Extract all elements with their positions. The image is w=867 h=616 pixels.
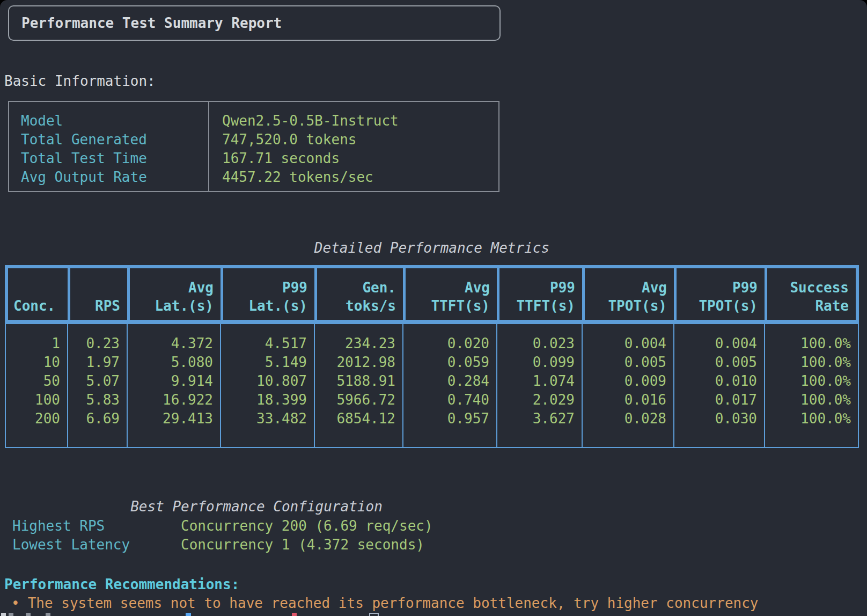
- metrics-header-line: Lat.(s): [155, 297, 214, 315]
- recommendation-text: The system seems not to have reached its…: [28, 595, 759, 611]
- bullet-icon: •: [11, 595, 20, 611]
- metrics-column-header: AvgTPOT(s): [585, 268, 677, 320]
- best-config-value: Concurrency 200 (6.69 req/sec): [181, 518, 433, 534]
- metric-value: 2.029: [497, 391, 575, 409]
- metrics-header-line: P99: [550, 278, 575, 297]
- metrics-header-line: TTFT(s): [431, 297, 490, 315]
- metric-value: 0.957: [403, 409, 489, 428]
- metric-value: 0.23: [68, 334, 120, 353]
- metric-value: 5.83: [68, 391, 120, 409]
- metrics-header-line: Avg: [188, 278, 214, 297]
- metrics-table: Conc.RPSAvgLat.(s)P99Lat.(s)Gen.toks/sAv…: [5, 265, 859, 448]
- metric-value: 5.149: [221, 353, 307, 372]
- metrics-column: 234.232012.985188.915966.726854.12: [315, 324, 403, 447]
- metric-value: 9.914: [128, 372, 213, 391]
- metric-value: 6854.12: [315, 409, 395, 428]
- metric-value: 0.017: [674, 391, 757, 409]
- clipped-glyph-fragment: [9, 613, 13, 616]
- basic-info-value: 747,520.0 tokens: [222, 130, 498, 149]
- metric-value: 100: [6, 391, 60, 409]
- metric-value: 10: [6, 353, 60, 372]
- basic-info-values: Qwen2.5-0.5B-Instruct747,520.0 tokens167…: [209, 102, 498, 191]
- metric-value: 100.0%: [765, 372, 851, 391]
- metrics-header-line: TPOT(s): [608, 297, 667, 315]
- metric-value: 4.517: [221, 334, 307, 353]
- metric-value: 100.0%: [765, 334, 851, 353]
- metric-value: 5966.72: [315, 391, 395, 409]
- basic-info-value: 4457.22 tokens/sec: [222, 168, 498, 187]
- clipped-glyph-fragment: [186, 613, 191, 616]
- metric-value: 100.0%: [765, 353, 851, 372]
- metrics-column: 0.0230.0991.0742.0293.627: [497, 324, 583, 447]
- metric-value: 2012.98: [315, 353, 395, 372]
- metric-value: 0.010: [674, 372, 757, 391]
- metric-value: 10.807: [221, 372, 307, 391]
- metrics-header-line: P99: [732, 278, 758, 297]
- clipped-glyph-fragment: [26, 613, 31, 616]
- metrics-table-title: Detailed Performance Metrics: [5, 239, 859, 258]
- metric-value: 0.740: [403, 391, 489, 409]
- basic-info-label: Avg Output Rate: [21, 168, 208, 187]
- metric-value: 0.099: [497, 353, 575, 372]
- metrics-column: 11050100200: [6, 324, 68, 447]
- metric-value: 0.005: [583, 353, 666, 372]
- basic-info-value: Qwen2.5-0.5B-Instruct: [222, 112, 498, 130]
- metrics-body: 110501002000.231.975.075.836.694.3725.08…: [5, 323, 859, 448]
- metrics-header-line: Gen.: [362, 278, 396, 297]
- metrics-header-line: Avg: [642, 278, 667, 297]
- metrics-header-line: Avg: [465, 278, 490, 297]
- terminal-screen[interactable]: Performance Test Summary Report Basic In…: [0, 0, 867, 616]
- metric-value: 0.059: [403, 353, 489, 372]
- metrics-column-header: Gen.toks/s: [317, 268, 406, 320]
- metrics-column-header: P99TTFT(s): [499, 268, 585, 320]
- metrics-header-line: Success: [790, 278, 849, 297]
- metric-value: 4.372: [128, 334, 213, 353]
- metrics-column-header: RPS: [70, 268, 130, 320]
- metric-value: 1: [6, 334, 60, 353]
- metrics-column-header: Conc.: [8, 268, 70, 320]
- metric-value: 100.0%: [765, 391, 851, 409]
- metric-value: 16.922: [128, 391, 213, 409]
- basic-info-label: Model: [21, 112, 208, 130]
- metric-value: 33.482: [221, 409, 307, 428]
- metrics-column-header: AvgTTFT(s): [406, 268, 499, 320]
- terminal-cursor: [369, 613, 379, 616]
- basic-info-label: Total Generated: [21, 130, 208, 149]
- best-config-label: Highest RPS: [12, 517, 181, 536]
- clipped-glyph-fragment: [292, 613, 297, 616]
- metric-value: 5.07: [68, 372, 120, 391]
- basic-info-value: 167.71 seconds: [222, 149, 498, 168]
- report-title: Performance Test Summary Report: [9, 14, 282, 33]
- report-title-panel: Performance Test Summary Report: [8, 5, 501, 41]
- metric-value: 0.284: [403, 372, 489, 391]
- metric-value: 200: [6, 409, 60, 428]
- metric-value: 0.004: [674, 334, 757, 353]
- metrics-header-line: toks/s: [346, 297, 396, 315]
- metrics-column: 4.5175.14910.80718.39933.482: [221, 324, 315, 447]
- best-config-title: Best Performance Configuration: [4, 497, 509, 516]
- metrics-header-line: Rate: [815, 297, 849, 315]
- best-config-row: Highest RPSConcurrency 200 (6.69 req/sec…: [12, 517, 860, 536]
- metrics-column-header: P99Lat.(s): [223, 268, 317, 320]
- clipped-glyph-fragment: [1, 613, 6, 616]
- metrics-column: 4.3725.0809.91416.92229.413: [128, 324, 221, 447]
- basic-info-heading: Basic Information:: [4, 72, 156, 91]
- metrics-header-line: Conc.: [13, 297, 55, 315]
- metric-value: 0.009: [583, 372, 666, 391]
- metrics-column: 0.0040.0050.0100.0170.030: [674, 324, 765, 447]
- metric-value: 100.0%: [765, 409, 851, 428]
- metric-value: 50: [6, 372, 60, 391]
- metric-value: 1.97: [68, 353, 120, 372]
- clipped-glyph-fragment: [46, 613, 50, 616]
- metrics-header-line: TPOT(s): [699, 297, 758, 315]
- metrics-header-line: Lat.(s): [248, 297, 307, 315]
- metric-value: 0.023: [497, 334, 575, 353]
- metric-value: 18.399: [221, 391, 307, 409]
- metric-value: 5188.91: [315, 372, 395, 391]
- metrics-column-header: SuccessRate: [767, 268, 856, 320]
- metrics-header-line: RPS: [95, 297, 120, 315]
- best-config-value: Concurrency 1 (4.372 seconds): [181, 537, 424, 553]
- metric-value: 1.074: [497, 372, 575, 391]
- metric-value: 0.016: [583, 391, 666, 409]
- best-config-row: Lowest LatencyConcurrency 1 (4.372 secon…: [12, 536, 860, 554]
